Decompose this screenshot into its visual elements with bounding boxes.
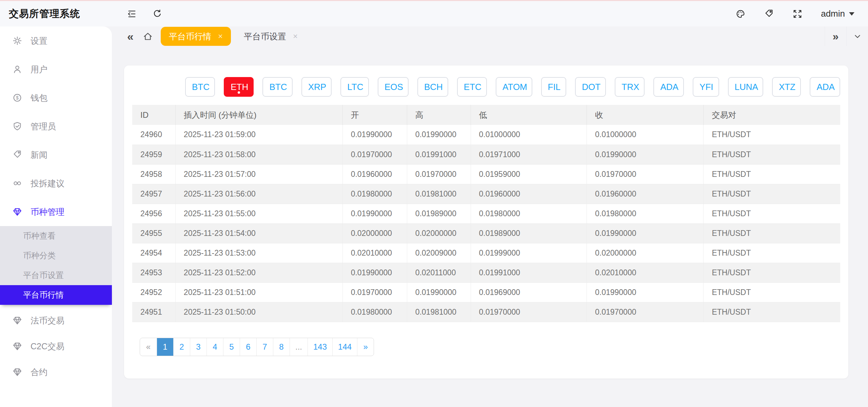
pagination-item[interactable]: 144 [332,338,357,356]
sidebar-item-contract[interactable]: 合约 [0,359,112,385]
coin-filter-button[interactable]: FIL [541,77,567,97]
tag-icon[interactable] [764,9,774,19]
collapse-left-icon[interactable]: « [127,31,134,42]
cell-insert-time: 2025-11-23 01:57:00 [175,164,342,184]
cell-high: 0.01981000 [407,302,471,322]
table-row: 24956 2025-11-23 01:55:00 0.01990000 0.0… [132,204,840,223]
pagination-item[interactable]: 2 [173,338,190,356]
coin-filter-button[interactable]: TRX [615,77,645,97]
refresh-icon[interactable] [152,9,162,19]
cell-insert-time: 2025-11-23 01:55:00 [175,204,342,223]
coin-filter-button[interactable]: EOS [378,77,409,97]
cell-pair: ETH/USDT [704,223,840,243]
pagination-item[interactable]: ... [290,338,308,356]
cell-insert-time: 2025-11-23 01:58:00 [175,145,342,164]
sidebar-item-c2c-trade[interactable]: C2C交易 [0,333,112,359]
pagination-item[interactable]: « [140,338,157,356]
user-menu[interactable]: admin [821,8,854,19]
sidebar-item-admins[interactable]: 管理员 [0,112,112,141]
table-row: 24955 2025-11-23 01:54:00 0.02000000 0.0… [132,223,840,243]
table-row: 24958 2025-11-23 01:57:00 0.01960000 0.0… [132,164,840,184]
coin-filter-button[interactable]: ADA [653,77,684,97]
pagination-item[interactable]: 143 [308,338,332,356]
close-icon[interactable]: × [218,32,223,40]
cell-insert-time: 2025-11-23 01:51:00 [175,282,342,302]
cell-low: 0.01000000 [471,125,587,145]
pagination-item[interactable]: » [357,338,374,356]
cell-high: 0.01991000 [407,145,471,164]
cell-open: 0.01970000 [342,145,407,164]
cell-pair: ETH/USDT [704,125,840,145]
cell-close: 0.01960000 [587,184,704,204]
coin-filter-button[interactable]: ADA [810,77,840,97]
tab-platform-coin-settings[interactable]: 平台币设置 × [244,31,298,42]
chevron-down-icon[interactable] [846,26,868,46]
sidebar-item-feedback[interactable]: 投拆建议 [0,169,112,198]
cell-pair: ETH/USDT [704,302,840,322]
sidebar-item-coin-management[interactable]: 币种管理 [0,198,112,226]
cell-pair: ETH/USDT [704,184,840,204]
cell-pair: ETH/USDT [704,145,840,164]
cell-id: 24956 [132,204,175,223]
cell-close: 0.01990000 [587,223,704,243]
sidebar-subitem-coin-category[interactable]: 币种分类 [0,246,112,265]
sidebar-item-users[interactable]: 用户 [0,55,112,84]
expand-right-icon[interactable]: » [825,26,846,46]
sidebar-subitem-coin-view[interactable]: 币种查看 [0,226,112,246]
close-icon[interactable]: × [293,32,298,40]
cell-close: 0.01970000 [587,164,704,184]
sidebar-subitem-platform-coin-settings[interactable]: 平台币设置 [0,265,112,285]
coin-filter-button[interactable]: BTC [262,77,292,97]
palette-icon[interactable] [735,9,746,19]
cell-id: 24958 [132,164,175,184]
menu-fold-icon[interactable] [127,9,137,19]
coin-filter-button[interactable]: LUNA [728,77,763,97]
table-header-row: ID插入时间 (分钟单位)开高低收交易对 [132,105,840,125]
coin-filter-button[interactable]: DOT [575,77,606,97]
coin-filter-button[interactable]: ETC [457,77,487,97]
pagination-item[interactable]: 6 [240,338,256,356]
sidebar-item-label: 管理员 [31,121,56,132]
fullscreen-icon[interactable] [792,9,803,19]
cell-low: 0.01971000 [471,145,587,164]
coin-filter-button[interactable]: YFI [693,77,719,97]
home-icon[interactable] [142,31,153,42]
sidebar-item-fiat-trade[interactable]: 法币交易 [0,308,112,333]
sidebar-item-wallet[interactable]: $ 钱包 [0,84,112,112]
cell-open: 0.02010000 [342,243,407,263]
pagination-item[interactable]: 1 [157,338,173,356]
dollar-icon: $ [12,93,22,103]
coin-filter-button[interactable]: LTC [340,77,369,97]
pagination-item[interactable]: 5 [223,338,240,356]
table-row: 24952 2025-11-23 01:51:00 0.01970000 0.0… [132,282,840,302]
table-header-cell: 插入时间 (分钟单位) [175,105,342,125]
pagination-item[interactable]: 3 [190,338,206,356]
topbar: 交易所管理系统 admin [0,1,868,26]
pagination-item[interactable]: 7 [256,338,273,356]
cell-open: 0.01990000 [342,204,407,223]
cell-insert-time: 2025-11-23 01:56:00 [175,184,342,204]
svg-text:$: $ [16,95,19,100]
pagination-item[interactable]: 8 [273,338,290,356]
table-header-cell: 交易对 [704,105,840,125]
cell-high: 0.01981000 [407,184,471,204]
cell-open: 0.01970000 [342,282,407,302]
market-table: ID插入时间 (分钟单位)开高低收交易对 24960 2025-11-23 01… [132,105,840,322]
gem-icon [12,367,22,377]
sidebar-item-news[interactable]: 新闻 [0,141,112,169]
cell-open: 0.01980000 [342,302,407,322]
sidebar-subitem-platform-coin-market[interactable]: 平台币行情 [0,285,112,305]
coin-filter-button[interactable]: ETH [224,77,254,97]
cell-low: 0.01959000 [471,164,587,184]
coin-filter-button[interactable]: ATOM [496,77,532,97]
cell-insert-time: 2025-11-23 01:50:00 [175,302,342,322]
coin-filter-button[interactable]: XRP [301,77,332,97]
cell-id: 24951 [132,302,175,322]
coin-filter-button[interactable]: BTC [185,77,215,97]
sidebar-item-settings[interactable]: 设置 [0,26,112,55]
coin-filter-button[interactable]: XTZ [772,77,801,97]
coin-filter-button[interactable]: BCH [417,77,448,97]
cell-high: 0.02011000 [407,263,471,282]
pagination-item[interactable]: 4 [206,338,223,356]
tab-platform-coin-market[interactable]: 平台币行情 × [161,27,231,46]
